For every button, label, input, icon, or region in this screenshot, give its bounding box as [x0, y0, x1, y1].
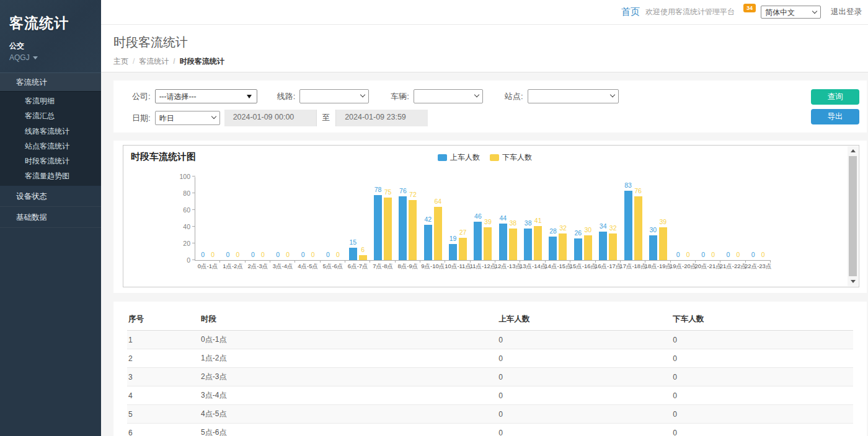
- scrollbar-thumb[interactable]: [849, 156, 857, 276]
- chart-panel: 时段车流统计图 上车人数下车人数 020406080100000点-1点001点…: [113, 141, 867, 293]
- table-cell-2-2: 0: [497, 368, 671, 386]
- table-row: 32点-3点00: [127, 368, 853, 386]
- top-header: 首页 欢迎使用客流统计管理平台 34 简体中文 退出登录: [101, 0, 868, 25]
- bar-value-label: 15: [349, 238, 356, 246]
- bar-value-label: 44: [499, 214, 507, 222]
- scroll-down-icon[interactable]: [848, 277, 858, 286]
- bar-value-label: 46: [474, 212, 482, 220]
- bar-value-label: 0: [336, 251, 340, 258]
- table-body: 10点-1点0021点-2点0032点-3点0043点-4点0054点-5点00…: [127, 331, 853, 436]
- bar-group-19: 0019点-20点: [671, 177, 696, 260]
- bar-group-3: 003点-4点: [270, 177, 295, 260]
- sidebar-section-base-data[interactable]: 基础数据: [0, 207, 101, 228]
- sidebar-subitem-3[interactable]: 站点客流统计: [0, 139, 101, 154]
- sidebar-section-device-status[interactable]: 设备状态: [0, 186, 101, 207]
- legend-item-1[interactable]: 下车人数: [490, 152, 532, 163]
- home-link[interactable]: 首页: [621, 6, 640, 18]
- bar-下车人数-10: 27: [459, 238, 467, 260]
- line-select[interactable]: [299, 89, 369, 103]
- bar-value-label: 39: [484, 218, 492, 225]
- bar-下车人数-11: 39: [484, 227, 492, 260]
- date-label: 日期:: [132, 113, 151, 124]
- table-cell-3-3: 0: [671, 386, 853, 405]
- bar-value-label: 76: [634, 187, 642, 194]
- bar-value-label: 32: [559, 224, 567, 232]
- bar-value-label: 0: [301, 251, 305, 258]
- table-row: 54点-5点00: [127, 405, 853, 424]
- bar-group-2: 002点-3点: [246, 177, 270, 260]
- bar-下车人数-13: 41: [534, 226, 542, 260]
- table-header-1: 时段: [200, 308, 497, 331]
- date-end-input[interactable]: 2024-01-09 23:59: [336, 110, 428, 126]
- legend-label: 下车人数: [502, 152, 532, 163]
- chart-scrollbar[interactable]: [848, 146, 858, 286]
- table-cell-3-1: 3点-4点: [200, 386, 497, 405]
- bar-group-17: 837617点-18点: [621, 177, 645, 260]
- bar-上车人数-12: 44: [499, 224, 507, 260]
- bar-value-label: 39: [660, 218, 667, 225]
- bar-下车人数-14: 32: [559, 233, 567, 260]
- query-button[interactable]: 查询: [811, 89, 859, 105]
- table-cell-0-1: 0点-1点: [200, 331, 497, 349]
- bar-value-label: 32: [609, 224, 617, 232]
- legend-item-0[interactable]: 上车人数: [438, 152, 480, 163]
- bar-value-label: 0: [761, 251, 765, 258]
- bar-chart-plot: 020406080100000点-1点001点-2点002点-3点003点-4点…: [195, 177, 771, 261]
- station-select[interactable]: [528, 89, 619, 103]
- x-axis-category-label: 7点-8点: [373, 263, 393, 271]
- bar-value-label: 64: [434, 198, 441, 205]
- table-cell-3-2: 0: [497, 386, 671, 405]
- bar-value-label: 41: [534, 217, 542, 224]
- breadcrumb-item-0[interactable]: 主页: [113, 57, 128, 66]
- vehicle-select[interactable]: [414, 89, 483, 103]
- sidebar-subitem-1[interactable]: 客流汇总: [0, 108, 101, 123]
- bar-下车人数-6: 6: [359, 255, 367, 260]
- bar-value-label: 75: [384, 188, 392, 196]
- bar-group-12: 443812点-13点: [495, 177, 520, 260]
- bar-group-0: 000点-1点: [195, 177, 220, 260]
- x-axis-category-label: 0点-1点: [198, 263, 218, 271]
- vehicle-label: 车辆:: [391, 91, 409, 102]
- sidebar-section-passenger-stats[interactable]: 客流统计: [0, 72, 101, 92]
- sidebar-subitem-5[interactable]: 客流量趋势图: [0, 168, 101, 183]
- table-cell-0-0: 1: [127, 331, 200, 349]
- date-start-input[interactable]: 2024-01-09 00:00: [224, 110, 316, 126]
- table-header-3: 下车人数: [671, 308, 853, 331]
- scroll-up-icon[interactable]: [848, 146, 858, 155]
- bar-group-9: 42649点-10点: [420, 177, 445, 260]
- notification-badge: 34: [743, 4, 756, 12]
- bar-value-label: 0: [226, 251, 230, 258]
- bar-value-label: 72: [409, 191, 417, 198]
- bar-value-label: 6: [361, 246, 365, 253]
- sidebar-subitem-4[interactable]: 时段客流统计: [0, 154, 101, 168]
- sidebar-subitem-2[interactable]: 线路客流统计: [0, 124, 101, 139]
- bar-value-label: 30: [650, 226, 657, 233]
- bar-下车人数-16: 32: [609, 233, 617, 260]
- y-axis-tick-label: 20: [169, 240, 190, 247]
- chart-widget: 时段车流统计图 上车人数下车人数 020406080100000点-1点001点…: [123, 145, 859, 287]
- bar-group-15: 263015点-16点: [570, 177, 595, 260]
- breadcrumb-item-1[interactable]: 客流统计: [128, 57, 169, 66]
- bar-value-label: 19: [450, 235, 457, 242]
- bar-value-label: 0: [251, 251, 255, 258]
- bar-value-label: 38: [509, 219, 516, 227]
- x-axis-category-label: 18点-19点: [645, 263, 671, 271]
- x-axis-category-label: 14点-15点: [544, 263, 571, 271]
- logout-link[interactable]: 退出登录: [831, 7, 862, 17]
- app-title: 客流统计: [9, 14, 101, 33]
- bar-group-6: 1566点-7点: [345, 177, 370, 260]
- company-select[interactable]: ---请选择---: [155, 89, 257, 103]
- line-label: 线路:: [277, 91, 296, 102]
- table-cell-5-3: 0: [671, 424, 853, 436]
- language-select[interactable]: 简体中文: [761, 6, 821, 19]
- export-button[interactable]: 导出: [811, 109, 859, 124]
- org-code-dropdown[interactable]: AQGJ: [9, 53, 101, 62]
- legend-swatch-icon: [438, 154, 447, 161]
- sidebar: 客流统计 公交 AQGJ 客流统计 客流明细客流汇总线路客流统计站点客流统计时段…: [0, 0, 101, 436]
- date-preset-select[interactable]: 昨日: [155, 111, 220, 125]
- sidebar-subitem-0[interactable]: 客流明细: [0, 94, 101, 108]
- bar-下车人数-17: 76: [634, 196, 642, 260]
- table-cell-5-1: 5点-6点: [200, 424, 497, 436]
- x-axis-category-label: 16点-17点: [595, 263, 621, 271]
- bar-value-label: 0: [726, 251, 730, 258]
